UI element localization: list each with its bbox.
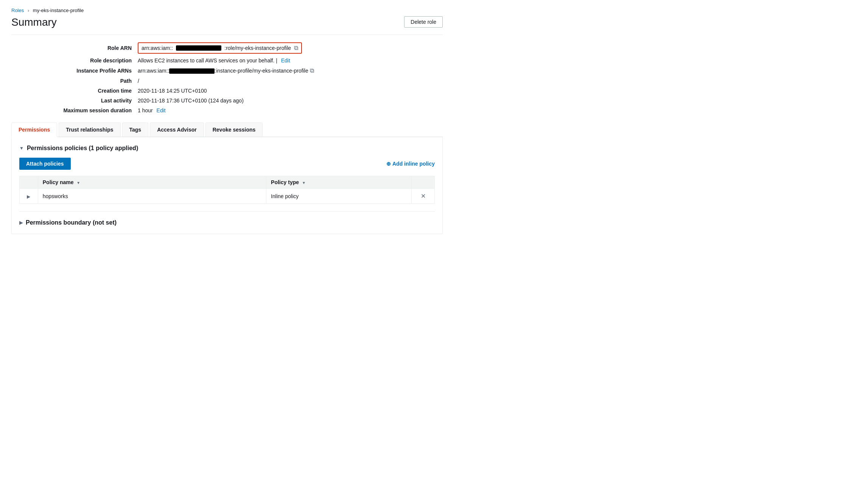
max-session-edit-link[interactable]: Edit xyxy=(157,107,166,113)
add-inline-policy-label: Add inline policy xyxy=(392,161,435,167)
col-header-policy-name[interactable]: Policy name ▼ xyxy=(38,176,266,189)
arn-prefix: arn:aws:iam:: xyxy=(142,45,173,51)
breadcrumb-roles-link[interactable]: Roles xyxy=(11,8,24,13)
breadcrumb: Roles › my-eks-instance-profile xyxy=(11,8,443,13)
add-inline-plus-icon: ⊕ xyxy=(386,161,391,167)
permissions-policies-title: Permissions policies (1 policy applied) xyxy=(27,145,138,152)
policy-delete-icon[interactable]: ✕ xyxy=(421,193,426,199)
last-activity-row: Last activity 2020-11-18 17:36 UTC+0100 … xyxy=(54,98,400,104)
role-arn-row: Role ARN arn:aws:iam:::role/my-eks-insta… xyxy=(54,42,400,54)
row-expand-cell[interactable]: ▶ xyxy=(20,189,38,204)
col-header-expand xyxy=(20,176,38,189)
tab-access-advisor[interactable]: Access Advisor xyxy=(150,123,204,136)
last-activity-value: 2020-11-18 17:36 UTC+0100 (124 days ago) xyxy=(138,98,244,104)
arn-box: arn:aws:iam:::role/my-eks-instance-profi… xyxy=(138,42,302,54)
row-expand-icon[interactable]: ▶ xyxy=(27,194,30,199)
add-inline-policy-link[interactable]: ⊕ Add inline policy xyxy=(386,161,435,167)
delete-role-button[interactable]: Delete role xyxy=(404,16,443,28)
breadcrumb-current: my-eks-instance-profile xyxy=(33,8,84,13)
content-area: ▼ Permissions policies (1 policy applied… xyxy=(11,137,443,234)
policy-name-sort-icon: ▼ xyxy=(76,181,80,185)
max-session-label: Maximum session duration xyxy=(54,107,138,113)
policy-name-cell: hopsworks xyxy=(38,189,266,204)
tab-permissions[interactable]: Permissions xyxy=(11,123,57,137)
permissions-policies-header[interactable]: ▼ Permissions policies (1 policy applied… xyxy=(19,145,435,152)
last-activity-label: Last activity xyxy=(54,98,138,104)
role-description-row: Role description Allows EC2 instances to… xyxy=(54,57,400,64)
permissions-boundary-title: Permissions boundary (not set) xyxy=(26,219,117,226)
role-description-edit-link[interactable]: Edit xyxy=(281,57,290,64)
max-session-row: Maximum session duration 1 hour Edit xyxy=(54,107,400,113)
tab-revoke-sessions[interactable]: Revoke sessions xyxy=(205,123,263,136)
role-arn-label: Role ARN xyxy=(54,45,138,51)
tab-tags[interactable]: Tags xyxy=(122,123,149,136)
role-arn-value: arn:aws:iam:::role/my-eks-instance-profi… xyxy=(138,42,302,54)
instance-profile-prefix: arn:aws:iam:: xyxy=(138,68,169,74)
policy-type-sort-icon: ▼ xyxy=(302,181,306,185)
role-description-value: Allows EC2 instances to call AWS service… xyxy=(138,57,290,64)
permissions-policies-chevron-icon: ▼ xyxy=(19,146,24,151)
max-session-value: 1 hour Edit xyxy=(138,107,166,113)
col-header-policy-type[interactable]: Policy type ▼ xyxy=(266,176,412,189)
page-header: Summary Delete role xyxy=(11,16,443,35)
creation-time-row: Creation time 2020-11-18 14:25 UTC+0100 xyxy=(54,88,400,94)
creation-time-label: Creation time xyxy=(54,88,138,94)
path-label: Path xyxy=(54,78,138,84)
summary-table: Role ARN arn:aws:iam:::role/my-eks-insta… xyxy=(54,42,400,113)
attach-policies-button[interactable]: Attach policies xyxy=(19,158,71,170)
table-header-row: Policy name ▼ Policy type ▼ xyxy=(20,176,435,189)
page-title: Summary xyxy=(11,16,57,28)
permissions-boundary-section[interactable]: ▶ Permissions boundary (not set) xyxy=(19,219,435,226)
table-row: ▶ hopsworks Inline policy ✕ xyxy=(20,189,435,204)
policy-table: Policy name ▼ Policy type ▼ ▶ hopsworks xyxy=(19,176,435,204)
instance-profile-arns-row: Instance Profile ARNs arn:aws:iam:::inst… xyxy=(54,67,400,74)
path-row: Path / xyxy=(54,78,400,84)
path-value: / xyxy=(138,78,139,84)
arn-redacted xyxy=(176,45,221,51)
instance-profile-suffix: :instance-profile/my-eks-instance-profil… xyxy=(215,68,308,74)
breadcrumb-separator: › xyxy=(28,8,29,13)
copy-arn-icon[interactable]: ⧉ xyxy=(294,45,298,51)
section-divider xyxy=(19,211,435,212)
tabs-container: Permissions Trust relationships Tags Acc… xyxy=(11,123,443,137)
policy-type-cell: Inline policy xyxy=(266,189,412,204)
instance-profile-redacted xyxy=(169,68,215,74)
copy-instance-profile-icon[interactable]: ⧉ xyxy=(310,67,314,74)
tab-trust-relationships[interactable]: Trust relationships xyxy=(59,123,120,136)
instance-profile-arns-value: arn:aws:iam:::instance-profile/my-eks-in… xyxy=(138,67,314,74)
role-description-label: Role description xyxy=(54,57,138,64)
boundary-chevron-icon: ▶ xyxy=(19,220,23,225)
creation-time-value: 2020-11-18 14:25 UTC+0100 xyxy=(138,88,207,94)
col-header-action xyxy=(412,176,435,189)
arn-suffix: :role/my-eks-instance-profile xyxy=(224,45,291,51)
policy-delete-cell[interactable]: ✕ xyxy=(412,189,435,204)
instance-profile-arns-label: Instance Profile ARNs xyxy=(54,68,138,74)
section-actions: Attach policies ⊕ Add inline policy xyxy=(19,158,435,170)
